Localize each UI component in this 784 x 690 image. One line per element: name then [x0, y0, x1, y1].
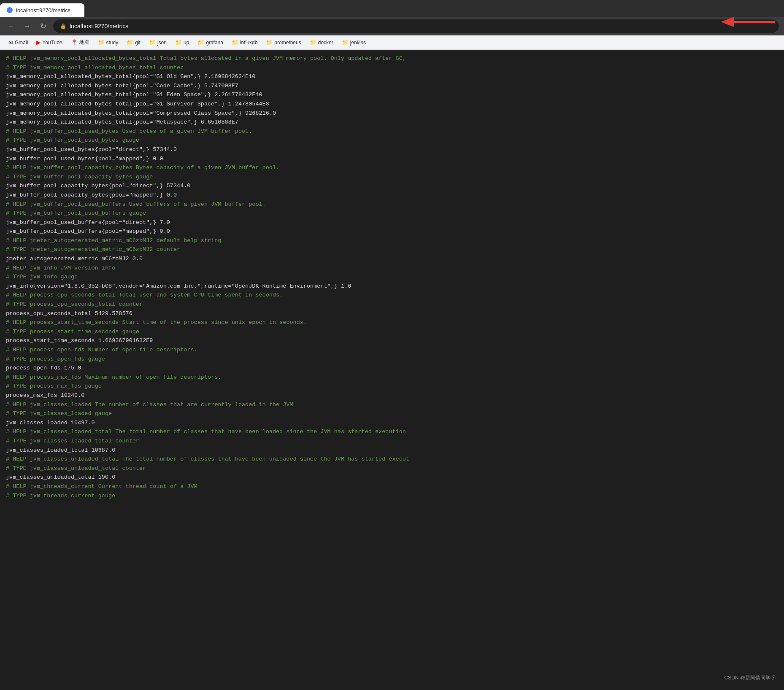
comment-line: # HELP process_open_fds Number of open f… — [6, 347, 197, 353]
data-line: process_cpu_seconds_total 5429.578576 — [6, 310, 132, 317]
bookmark-prometheus-label: prometheus — [274, 40, 301, 46]
bookmark-study[interactable]: 📁 study — [95, 38, 122, 47]
bookmark-up[interactable]: 📁 up — [172, 38, 192, 47]
bookmark-jenkins[interactable]: 📁 jenkins — [338, 38, 369, 47]
data-line: process_max_fds 10240.0 — [6, 392, 84, 399]
bookmark-json[interactable]: 📁 json — [146, 38, 170, 47]
forward-icon: → — [23, 22, 31, 31]
folder-up-icon: 📁 — [175, 39, 182, 46]
bookmark-youtube-label: YouTube — [42, 40, 62, 46]
folder-influxdb-icon: 📁 — [232, 39, 238, 46]
lock-icon: 🔒 — [60, 23, 66, 29]
comment-line: # TYPE process_max_fds gauge — [6, 383, 102, 389]
bookmark-study-label: study — [106, 40, 119, 46]
reload-button[interactable]: ↻ — [37, 20, 49, 32]
comment-line: # TYPE process_start_time_seconds gauge — [6, 329, 139, 335]
reload-icon: ↻ — [40, 22, 46, 31]
comment-line: # TYPE process_cpu_seconds_total counter — [6, 301, 143, 307]
data-line: jvm_buffer_pool_used_buffers{pool="direc… — [6, 219, 170, 226]
bookmark-jenkins-label: jenkins — [350, 40, 366, 46]
tab-title: localhost:9270/metrics — [16, 7, 70, 13]
bookmark-docker[interactable]: 📁 docker — [306, 38, 337, 47]
bookmark-git[interactable]: 📁 git — [123, 38, 144, 47]
data-line: jmeter_autogenerated_metric_mC6zbMJ2 0.0 — [6, 256, 143, 262]
data-line: jvm_memory_pool_allocated_bytes_total{po… — [6, 110, 276, 116]
data-line: jvm_memory_pool_allocated_bytes_total{po… — [6, 101, 269, 107]
data-line: jvm_classes_unloaded_total 190.0 — [6, 474, 115, 480]
bookmark-up-label: up — [184, 40, 189, 46]
comment-line: # HELP jvm_buffer_pool_capacity_bytes By… — [6, 164, 279, 171]
comment-line: # TYPE jvm_buffer_pool_used_bytes gauge — [6, 137, 139, 143]
comment-line: # HELP jvm_buffer_pool_used_bytes Used b… — [6, 128, 252, 135]
active-tab[interactable]: localhost:9270/metrics — [0, 3, 84, 17]
comment-line: # TYPE jvm_classes_loaded_total counter — [6, 438, 139, 444]
comment-line: # HELP process_start_time_seconds Start … — [6, 319, 307, 326]
comment-line: # TYPE process_open_fds gauge — [6, 356, 105, 362]
address-bar-row: ← → ↻ 🔒 localhost:9270/metrics — [0, 17, 784, 35]
bookmark-grafana[interactable]: 📁 grafana — [194, 38, 227, 47]
comment-line: # HELP jvm_info JVM version info — [6, 265, 115, 271]
data-line: process_start_time_seconds 1.66936790163… — [6, 337, 153, 344]
bookmark-gmail-label: Gmail — [15, 40, 28, 46]
folder-json-icon: 📁 — [149, 39, 156, 46]
comment-line: # TYPE jvm_memory_pool_allocated_bytes_t… — [6, 65, 184, 71]
back-button[interactable]: ← — [5, 20, 17, 32]
data-line: jvm_memory_pool_allocated_bytes_total{po… — [6, 83, 238, 89]
comment-line: # HELP jmeter_autogenerated_metric_mC6zb… — [6, 237, 221, 244]
comment-line: # TYPE jvm_info gauge — [6, 274, 78, 280]
bookmark-docker-label: docker — [318, 40, 333, 46]
comment-line: # TYPE jvm_threads_current gauge — [6, 493, 115, 499]
bookmark-maps-label: 地图 — [79, 39, 89, 46]
bookmark-prometheus[interactable]: 📁 prometheus — [262, 38, 304, 47]
data-line: jvm_memory_pool_allocated_bytes_total{po… — [6, 92, 262, 98]
comment-line: # TYPE jvm_buffer_pool_capacity_bytes ga… — [6, 174, 153, 180]
data-line: jvm_buffer_pool_used_bytes{pool="direct"… — [6, 146, 177, 153]
watermark: CSDN @是阿倩同学呀 — [724, 674, 776, 682]
comment-line: # HELP process_max_fds Maximum number of… — [6, 374, 221, 380]
comment-line: # HELP jvm_buffer_pool_used_buffers Used… — [6, 201, 266, 208]
tab-favicon — [7, 7, 13, 13]
comment-line: # TYPE jvm_classes_unloaded_total counte… — [6, 465, 146, 472]
data-line: jvm_memory_pool_allocated_bytes_total{po… — [6, 119, 238, 125]
tab-bar: localhost:9270/metrics — [0, 0, 784, 17]
comment-line: # TYPE jvm_buffer_pool_used_buffers gaug… — [6, 210, 146, 216]
data-line: process_open_fds 175.0 — [6, 365, 81, 371]
folder-jenkins-icon: 📁 — [342, 39, 349, 46]
bookmark-gmail[interactable]: ✉ Gmail — [5, 38, 31, 47]
folder-prometheus-icon: 📁 — [266, 39, 273, 46]
maps-icon: 📍 — [71, 39, 78, 46]
comment-line: # HELP jvm_classes_loaded_total The tota… — [6, 429, 406, 435]
address-bar[interactable]: 🔒 localhost:9270/metrics — [53, 19, 779, 33]
comment-line: # TYPE jmeter_autogenerated_metric_mC6zb… — [6, 246, 180, 253]
comment-line: # HELP process_cpu_seconds_total Total u… — [6, 292, 283, 298]
folder-git-icon: 📁 — [127, 39, 133, 46]
back-icon: ← — [7, 22, 15, 31]
data-line: jvm_buffer_pool_used_bytes{pool="mapped"… — [6, 156, 163, 162]
data-line: jvm_buffer_pool_capacity_bytes{pool="dir… — [6, 183, 190, 189]
folder-grafana-icon: 📁 — [197, 39, 204, 46]
data-line: jvm_memory_pool_allocated_bytes_total{po… — [6, 73, 255, 80]
bookmark-influxdb-label: influxdb — [240, 40, 257, 46]
bookmark-maps[interactable]: 📍 地图 — [68, 37, 93, 48]
comment-line: # TYPE jvm_classes_loaded gauge — [6, 410, 112, 417]
folder-study-icon: 📁 — [98, 39, 105, 46]
bookmark-youtube[interactable]: ▶ YouTube — [33, 38, 65, 47]
comment-line: # HELP jvm_classes_loaded The number of … — [6, 402, 293, 408]
bookmark-json-label: json — [157, 40, 167, 46]
data-line: jvm_info{version="1.8.0_352-b08",vendor=… — [6, 283, 351, 289]
browser-chrome: localhost:9270/metrics ← → ↻ 🔒 localhost… — [0, 0, 784, 50]
gmail-icon: ✉ — [8, 39, 13, 46]
url-text: localhost:9270/metrics — [70, 23, 128, 30]
comment-line: # HELP jvm_memory_pool_allocated_bytes_t… — [6, 55, 406, 62]
comment-line: # HELP jvm_threads_current Current threa… — [6, 483, 197, 490]
bookmark-influxdb[interactable]: 📁 influxdb — [228, 38, 261, 47]
data-line: jvm_buffer_pool_used_buffers{pool="mappe… — [6, 228, 170, 234]
forward-button[interactable]: → — [21, 20, 33, 32]
bookmarks-bar: ✉ Gmail ▶ YouTube 📍 地图 📁 study 📁 git 📁 j… — [0, 35, 784, 50]
bookmark-grafana-label: grafana — [206, 40, 223, 46]
youtube-icon: ▶ — [36, 39, 41, 46]
folder-docker-icon: 📁 — [310, 39, 316, 46]
bookmark-git-label: git — [135, 40, 141, 46]
comment-line: # HELP jvm_classes_unloaded_total The to… — [6, 456, 409, 462]
metrics-content: # HELP jvm_memory_pool_allocated_bytes_t… — [0, 50, 784, 690]
